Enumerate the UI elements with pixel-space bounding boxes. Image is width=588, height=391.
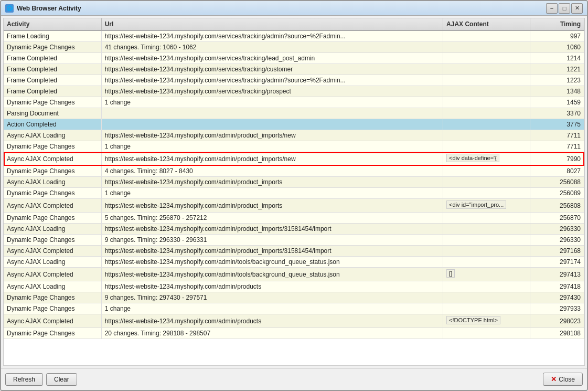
cell-ajax [443, 141, 530, 152]
cell-timing: 297418 [530, 281, 584, 292]
activity-table: Activity Url AJAX Content Timing Frame L… [4, 18, 584, 339]
table-row[interactable]: Dynamic Page Changes1 change1459 [4, 97, 584, 108]
cell-timing: 297430 [530, 292, 584, 303]
refresh-button[interactable]: Refresh [5, 373, 43, 386]
table-row[interactable]: Dynamic Page Changes1 change7711 [4, 141, 584, 152]
cell-ajax: <div data-define='{ [443, 152, 530, 166]
cell-activity: Dynamic Page Changes [4, 141, 101, 152]
cell-ajax [443, 64, 530, 75]
cell-ajax [443, 292, 530, 303]
cell-url: https://test-website-1234.myshopify.com/… [101, 86, 443, 97]
table-row[interactable]: Async AJAX Loadinghttps://test-website-1… [4, 281, 584, 292]
maximize-button[interactable]: □ [559, 3, 570, 14]
cell-ajax [443, 75, 530, 86]
table-row[interactable]: Async AJAX Completedhttps://test-website… [4, 314, 584, 328]
table-row[interactable]: Dynamic Page Changes1 change256089 [4, 188, 584, 199]
cell-timing: 296330 [530, 235, 584, 246]
cell-url: https://test-website-1234.myshopify.com/… [101, 30, 443, 42]
table-wrapper[interactable]: Activity Url AJAX Content Timing Frame L… [4, 18, 584, 365]
cell-timing: 8027 [530, 166, 584, 177]
cell-ajax [443, 130, 530, 141]
cell-url: https://test-website-1234.myshopify.com/… [101, 199, 443, 213]
table-row[interactable]: Action Completed3775 [4, 119, 584, 130]
cell-timing: 256808 [530, 199, 584, 213]
table-row[interactable]: Async AJAX Loadinghttps://test-website-1… [4, 257, 584, 268]
cell-url: 9 changes. Timing: 297430 - 297571 [101, 292, 443, 303]
table-row[interactable]: Async AJAX Completedhttps://test-website… [4, 199, 584, 213]
cell-url: 9 changes. Timing: 296330 - 296331 [101, 235, 443, 246]
cell-url: https://test-website-1234.myshopify.com/… [101, 152, 443, 166]
cell-timing: 297413 [530, 268, 584, 281]
close-window-button[interactable]: ✕ [571, 3, 583, 14]
cell-activity: Async AJAX Completed [4, 152, 101, 166]
cell-timing: 296330 [530, 224, 584, 235]
table-row[interactable]: Parsing Document3370 [4, 108, 584, 119]
cell-ajax [443, 108, 530, 119]
cell-url: 1 change [101, 97, 443, 108]
table-row[interactable]: Async AJAX Loadinghttps://test-website-1… [4, 177, 584, 188]
cell-url: https://test-website-1234.myshopify.com/… [101, 268, 443, 281]
table-row[interactable]: Async AJAX Loadinghttps://test-website-1… [4, 224, 584, 235]
cell-timing: 297933 [530, 303, 584, 314]
content-area: Activity Url AJAX Content Timing Frame L… [3, 18, 585, 366]
cell-timing: 297168 [530, 246, 584, 257]
cell-timing: 3370 [530, 108, 584, 119]
table-row[interactable]: Frame Completedhttps://test-website-1234… [4, 64, 584, 75]
cell-activity: Async AJAX Completed [4, 314, 101, 328]
title-bar: 🌐 Web Browser Activity − □ ✕ [1, 1, 587, 16]
cell-timing: 7711 [530, 130, 584, 141]
header-timing: Timing [530, 18, 584, 30]
clear-button[interactable]: Clear [46, 373, 77, 386]
cell-activity: Dynamic Page Changes [4, 42, 101, 53]
cell-ajax [443, 30, 530, 42]
table-row[interactable]: Dynamic Page Changes1 change297933 [4, 303, 584, 314]
cell-url: https://test-website-1234.myshopify.com/… [101, 281, 443, 292]
cell-activity: Async AJAX Loading [4, 177, 101, 188]
cell-activity: Async AJAX Completed [4, 246, 101, 257]
cell-activity: Frame Completed [4, 75, 101, 86]
cell-ajax [443, 257, 530, 268]
cell-activity: Async AJAX Completed [4, 199, 101, 213]
table-row[interactable]: Async AJAX Completedhttps://test-website… [4, 152, 584, 166]
cell-ajax [443, 177, 530, 188]
cell-activity: Dynamic Page Changes [4, 97, 101, 108]
cell-activity: Async AJAX Loading [4, 130, 101, 141]
table-row[interactable]: Dynamic Page Changes4 changes. Timing: 8… [4, 166, 584, 177]
table-row[interactable]: Dynamic Page Changes20 changes. Timing: … [4, 328, 584, 339]
minimize-button[interactable]: − [546, 3, 558, 14]
cell-activity: Dynamic Page Changes [4, 235, 101, 246]
main-window: 🌐 Web Browser Activity − □ ✕ Activity Ur… [0, 0, 588, 391]
cell-ajax [443, 119, 530, 130]
table-row[interactable]: Dynamic Page Changes5 changes. Timing: 2… [4, 213, 584, 224]
cell-timing: 7711 [530, 141, 584, 152]
table-row[interactable]: Frame Completedhttps://test-website-1234… [4, 86, 584, 97]
header-activity: Activity [4, 18, 101, 30]
cell-url: https://test-website-1234.myshopify.com/… [101, 64, 443, 75]
cell-ajax: [] [443, 268, 530, 281]
cell-ajax [443, 53, 530, 64]
table-row[interactable]: Frame Loadinghttps://test-website-1234.m… [4, 30, 584, 42]
cell-timing: 1221 [530, 64, 584, 75]
cell-activity: Dynamic Page Changes [4, 213, 101, 224]
cell-url: https://test-website-1234.myshopify.com/… [101, 130, 443, 141]
cell-ajax: <div id="import_pro... [443, 199, 530, 213]
cell-activity: Dynamic Page Changes [4, 166, 101, 177]
close-button[interactable]: ✕ Close [543, 373, 583, 386]
table-row[interactable]: Frame Completedhttps://test-website-1234… [4, 53, 584, 64]
cell-ajax [443, 188, 530, 199]
table-row[interactable]: Dynamic Page Changes41 changes. Timing: … [4, 42, 584, 53]
table-row[interactable]: Dynamic Page Changes9 changes. Timing: 2… [4, 235, 584, 246]
cell-url: 20 changes. Timing: 298108 - 298507 [101, 328, 443, 339]
cell-timing: 298023 [530, 314, 584, 328]
cell-url: 1 change [101, 141, 443, 152]
table-row[interactable]: Async AJAX Completedhttps://test-website… [4, 268, 584, 281]
cell-url: https://test-website-1234.myshopify.com/… [101, 224, 443, 235]
cell-timing: 997 [530, 30, 584, 42]
cell-activity: Frame Completed [4, 64, 101, 75]
table-row[interactable]: Async AJAX Completedhttps://test-website… [4, 246, 584, 257]
cell-ajax [443, 328, 530, 339]
table-row[interactable]: Dynamic Page Changes9 changes. Timing: 2… [4, 292, 584, 303]
table-row[interactable]: Async AJAX Loadinghttps://test-website-1… [4, 130, 584, 141]
table-body: Frame Loadinghttps://test-website-1234.m… [4, 30, 584, 339]
table-row[interactable]: Frame Completedhttps://test-website-1234… [4, 75, 584, 86]
